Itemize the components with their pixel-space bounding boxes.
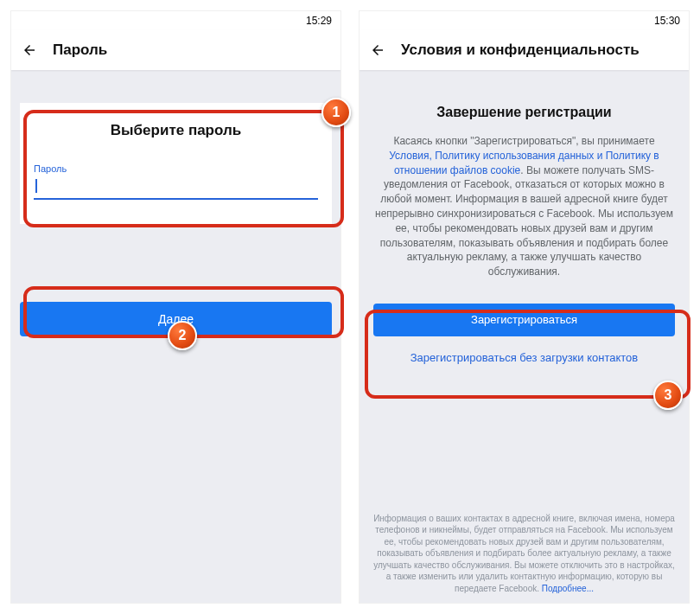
register-button[interactable]: Зарегистрироваться xyxy=(373,304,675,336)
back-icon[interactable] xyxy=(22,42,37,58)
status-time: 15:29 xyxy=(306,15,332,27)
phone-password-screen: 15:29 Пароль Выберите пароль Пароль Дале… xyxy=(10,10,341,604)
password-label: Пароль xyxy=(34,163,318,174)
next-button[interactable]: Далее xyxy=(20,302,332,336)
appbar-title: Пароль xyxy=(53,42,107,59)
phone-terms-screen: 15:30 Условия и конфиденциальность Завер… xyxy=(359,10,690,604)
footer-text: Информация о ваших контактах в адресной … xyxy=(373,514,675,593)
terms-rest: . Вы можете получать SMS-уведомления от … xyxy=(375,164,673,278)
password-input[interactable] xyxy=(34,176,318,200)
app-bar: Пароль xyxy=(11,30,340,70)
text-caret xyxy=(35,179,37,193)
contacts-disclaimer: Информация о ваших контактах в адресной … xyxy=(373,513,675,595)
choose-password-heading: Выберите пароль xyxy=(34,122,318,139)
more-link[interactable]: Подробнее... xyxy=(542,584,594,593)
status-time: 15:30 xyxy=(654,15,680,27)
terms-intro: Касаясь кнопки "Зарегистрироваться", вы … xyxy=(393,135,654,147)
status-bar: 15:30 xyxy=(360,11,689,30)
finish-registration-heading: Завершение регистрации xyxy=(373,105,675,120)
app-bar: Условия и конфиденциальность xyxy=(360,30,689,70)
back-icon[interactable] xyxy=(370,42,385,58)
appbar-title: Условия и конфиденциальность xyxy=(401,42,640,59)
terms-text: Касаясь кнопки "Зарегистрироваться", вы … xyxy=(373,134,675,279)
password-card: Выберите пароль Пароль xyxy=(20,103,332,224)
register-without-contacts-link[interactable]: Зарегистрироваться без загрузки контакто… xyxy=(373,345,675,371)
status-bar: 15:29 xyxy=(11,11,340,30)
password-field[interactable]: Пароль xyxy=(34,163,318,200)
